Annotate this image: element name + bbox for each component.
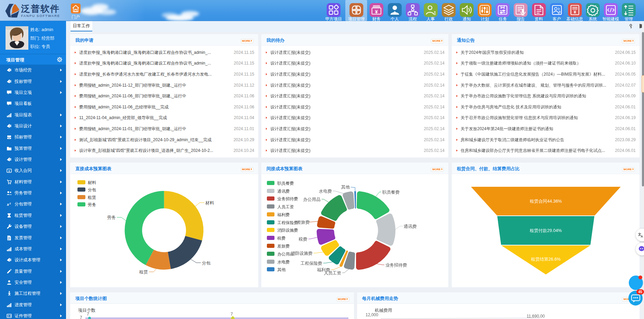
svg-text:职员餐费: 职员餐费 [382, 190, 400, 195]
svg-text:¥: ¥ [375, 9, 378, 14]
svg-text:租赁付款29.04%: 租赁付款29.04% [529, 228, 561, 233]
svg-text:A: A [641, 235, 643, 238]
svg-text:差旅费: 差旅费 [297, 220, 310, 225]
svg-text:0: 0 [8, 170, 10, 173]
svg-text:租赁合同44.36%: 租赁合同44.36% [529, 199, 561, 204]
svg-text:消防设施费: 消防设施费 [291, 251, 313, 256]
svg-text:办公用品: 办公用品 [303, 197, 320, 202]
svg-text:¥: ¥ [573, 9, 576, 14]
svg-text:业务招待费: 业务招待费 [385, 263, 407, 268]
svg-text:税费: 税费 [298, 237, 307, 242]
svg-text:分包: 分包 [202, 261, 211, 265]
svg-text:通讯费: 通讯费 [404, 224, 417, 229]
svg-text:2: 2 [10, 202, 11, 205]
svg-text:租赁结算26.6%: 租赁结算26.6% [531, 257, 560, 262]
svg-text:人员工资: 人员工资 [324, 271, 342, 276]
svg-text:x: x [7, 202, 9, 206]
svg-text:其他: 其他 [341, 185, 350, 190]
svg-text:劳务: 劳务 [107, 215, 116, 220]
svg-text:租赁: 租赁 [139, 270, 148, 274]
svg-text:水电费: 水电费 [319, 189, 332, 194]
svg-text:材料: 材料 [205, 201, 214, 205]
svg-text:工程保险费: 工程保险费 [301, 261, 323, 266]
